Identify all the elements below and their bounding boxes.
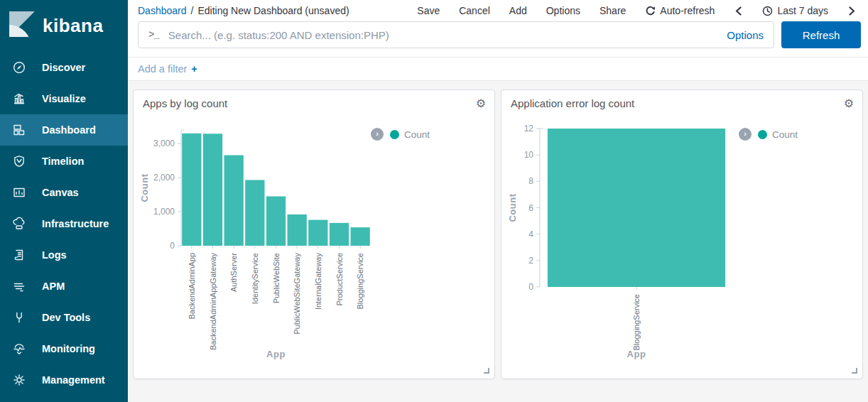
filter-bar: Add a filter + [128, 57, 868, 81]
search-row: >_ Options Refresh [128, 20, 868, 57]
svg-text:Count: Count [507, 193, 518, 222]
time-range-label: Last 7 days [777, 5, 828, 16]
sidebar-item-label: Visualize [42, 93, 86, 104]
svg-text:8: 8 [528, 176, 533, 186]
svg-text:BackendAdminApp: BackendAdminApp [188, 253, 196, 320]
legend-expand-icon[interactable]: › [739, 128, 752, 141]
svg-text:BloggingService: BloggingService [356, 253, 364, 310]
clock-icon [762, 6, 773, 16]
menu-share-button[interactable]: Share [600, 5, 626, 16]
sidebar-item-label: APM [42, 281, 65, 292]
query-options-link[interactable]: Options [727, 29, 764, 41]
svg-text:1,000: 1,000 [153, 207, 175, 217]
search-box: >_ Options [138, 21, 774, 48]
breadcrumb-current: Editing New Dashboard (unsaved) [197, 5, 349, 16]
svg-text:InternalGateway: InternalGateway [314, 253, 322, 310]
sidebar-item-label: Dev Tools [42, 312, 90, 323]
svg-text:PublicWebSite: PublicWebSite [272, 253, 281, 303]
legend: › Count [371, 112, 494, 379]
panel-header: Apps by log count ⚙ [134, 90, 494, 112]
resize-handle[interactable] [852, 368, 857, 374]
kibana-brand[interactable]: kibana [0, 0, 128, 49]
sidebar-item-infrastructure[interactable]: Infrastructure [0, 208, 128, 239]
infrastructure-icon [12, 217, 26, 231]
apm-icon [12, 279, 26, 293]
svg-text:App: App [266, 349, 286, 359]
menu-add-button[interactable]: Add [509, 5, 527, 16]
svg-text:6: 6 [528, 203, 533, 213]
sidebar-item-visualize[interactable]: Visualize [0, 83, 128, 114]
top-bar: Dashboard / Editing New Dashboard (unsav… [128, 0, 868, 20]
sidebar-item-discover[interactable]: Discover [0, 52, 128, 83]
svg-text:PublicWebSiteGateway: PublicWebSiteGateway [293, 253, 301, 335]
legend-expand-icon[interactable]: › [371, 128, 384, 141]
gear-icon[interactable]: ⚙ [844, 98, 854, 109]
breadcrumb-dashboard-link[interactable]: Dashboard [138, 5, 187, 16]
top-menu: SaveCancelAddOptionsShare Auto-refresh L… [417, 5, 857, 16]
sidebar-nav: DiscoverVisualizeDashboardTimelionCanvas… [0, 52, 128, 396]
svg-text:App: App [627, 349, 646, 359]
canvas-icon [12, 185, 26, 200]
auto-refresh-icon [645, 6, 656, 16]
svg-text:4: 4 [528, 229, 533, 239]
time-back-button[interactable] [734, 6, 743, 16]
menu-save-button[interactable]: Save [417, 5, 440, 16]
timelion-icon [12, 154, 26, 168]
menu-cancel-button[interactable]: Cancel [459, 5, 490, 16]
breadcrumb: Dashboard / Editing New Dashboard (unsav… [138, 5, 349, 16]
logs-icon [12, 248, 26, 262]
time-picker-button[interactable]: Last 7 days [762, 5, 828, 16]
kibana-logo [9, 11, 36, 40]
breadcrumb-separator: / [191, 5, 194, 16]
legend-dot [758, 130, 767, 139]
svg-text:2: 2 [528, 256, 533, 266]
refresh-button[interactable]: Refresh [781, 21, 861, 48]
sidebar-item-label: Logs [42, 249, 67, 261]
dashboard-grid: Apps by log count ⚙ 01,0002,0003,000Coun… [128, 81, 868, 402]
sidebar-item-label: Timelion [42, 156, 84, 167]
bar-chart-apps-by-log-count[interactable]: 01,0002,0003,000CountBackendAdminAppBack… [134, 112, 371, 365]
svg-text:IdentityService: IdentityService [251, 253, 259, 304]
sidebar-item-management[interactable]: Management [0, 364, 128, 396]
sidebar-item-dashboard[interactable]: Dashboard [0, 114, 128, 146]
add-filter-link[interactable]: Add a filter [138, 63, 187, 75]
svg-text:12: 12 [524, 124, 534, 134]
legend-item-count[interactable]: Count [390, 129, 430, 140]
panel-apps-by-log-count: Apps by log count ⚙ 01,0002,0003,000Coun… [133, 89, 495, 379]
panel-application-error-log-count: Application error log count ⚙ 024681012C… [501, 89, 863, 379]
management-icon [12, 373, 26, 387]
console-prompt-icon: >_ [148, 29, 159, 40]
svg-text:ProductService: ProductService [335, 253, 344, 306]
sidebar-item-dev-tools[interactable]: Dev Tools [0, 302, 128, 333]
compass-icon [12, 60, 26, 75]
sidebar-item-logs[interactable]: Logs [0, 239, 128, 271]
svg-text:BackendAdminAppGateway: BackendAdminAppGateway [209, 253, 217, 350]
gear-icon[interactable]: ⚙ [476, 98, 486, 109]
menu-options-button[interactable]: Options [546, 5, 580, 16]
legend-dot [390, 130, 399, 139]
sidebar: kibana DiscoverVisualizeDashboardTimelio… [0, 0, 128, 402]
search-input[interactable] [168, 29, 717, 41]
panel-title: Application error log count [511, 97, 634, 109]
add-filter-plus-icon[interactable]: + [191, 63, 197, 75]
sidebar-item-apm[interactable]: APM [0, 271, 128, 302]
legend-label: Count [404, 129, 430, 140]
bar-chart-application-error-log-count[interactable]: 024681012CountBloggingServiceApp [501, 112, 739, 365]
svg-text:BloggingService: BloggingService [632, 294, 641, 351]
sidebar-item-label: Infrastructure [42, 218, 109, 229]
panel-body: 024681012CountBloggingServiceApp › Count [501, 112, 862, 379]
visualize-icon [12, 92, 26, 106]
sidebar-item-monitoring[interactable]: Monitoring [0, 333, 128, 364]
svg-text:3,000: 3,000 [153, 138, 175, 148]
sidebar-item-timelion[interactable]: Timelion [0, 146, 128, 177]
time-forward-button[interactable] [847, 6, 857, 16]
legend-item-count[interactable]: Count [758, 129, 798, 140]
sidebar-item-label: Discover [42, 62, 85, 73]
sidebar-item-canvas[interactable]: Canvas [0, 177, 128, 208]
legend: › Count [739, 112, 862, 379]
resize-handle[interactable] [484, 368, 489, 374]
panel-body: 01,0002,0003,000CountBackendAdminAppBack… [134, 112, 494, 379]
auto-refresh-button[interactable]: Auto-refresh [645, 5, 715, 16]
svg-text:0: 0 [528, 282, 533, 292]
sidebar-item-label: Dashboard [42, 124, 96, 136]
